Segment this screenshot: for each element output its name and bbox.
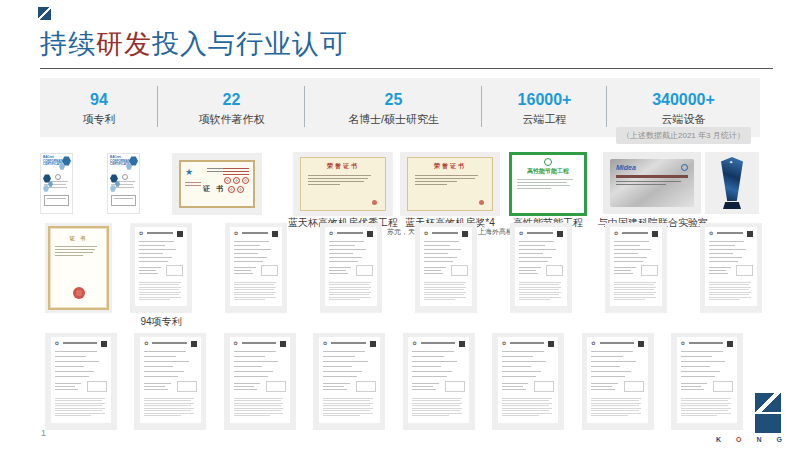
doc-title-line [242,232,268,234]
patent-office-seal-icon: ✿ [144,341,148,346]
qr-code-icon [367,231,373,237]
stat-value: 94 [90,90,108,109]
cert-table [111,195,136,206]
qr-code-icon [272,231,278,237]
company-logo-mark [38,7,51,20]
patent-document: ✿ [610,227,662,306]
patent-office-seal-icon: ✿ [591,341,595,346]
bacnet-certificate-thumbnail: BACnet CONFORMANCE CERTIFICATE [40,153,73,214]
patent-office-seal-icon: ✿ [323,341,327,346]
presentation-slide: 持续研发投入与行业认可 94 项专利 22 项软件著作权 25 名博士/硕士研究… [0,0,800,450]
logo-letter: G [777,436,782,443]
patent-doc-tile: ✿ [582,333,654,430]
medal-stamps [222,176,250,194]
title-part-blue: 持续 [40,29,96,59]
doc-title-line [152,342,186,344]
patent-doc-tile: ✿ [492,333,564,430]
doc-stamp-box [713,381,733,392]
patent-doc-tile: ✿ [700,223,762,313]
doc-stamp-box [546,265,563,276]
plaque-title-bar [616,175,688,178]
stamp-icon [55,174,61,180]
stat-value: 22 [223,90,241,109]
doc-title-line [689,342,723,344]
patent-document: ✿ [230,337,290,422]
doc-stamp-box [736,265,753,276]
doc-title-line [527,232,553,234]
trophy-tile: ✦ [705,152,759,214]
qr-code-icon [652,231,658,237]
qr-code-icon [459,341,465,347]
patent-office-seal-icon: ✿ [329,231,333,236]
honor-certificate: 荣誉证书 [300,157,386,211]
patent-document: ✿ [408,337,468,422]
patent-document: ✿ [135,227,187,306]
patent-office-seal-icon: ✿ [55,341,59,346]
patent-doc-tile: ✿ [403,333,475,430]
kong-logo-wordmark: K O N G [716,436,782,443]
data-cutoff-note: （上述数据截止2021 年3 月统计） [616,127,751,144]
stamp-icon [122,174,128,180]
logo-letter: N [756,436,761,443]
patent-doc-tile: ✿ [224,333,296,430]
doc-title-line [600,342,634,344]
patent-doc-tile: ✿ [225,223,287,313]
qr-code-icon [462,231,468,237]
doc-title-line [331,342,365,344]
patent-office-seal-icon: ✿ [614,231,618,236]
logo-letter: K [716,436,721,443]
patent-document: ✿ [515,227,567,306]
patent-documents-row: ✿ ✿ [130,223,762,313]
doc-title-line [622,232,648,234]
stat-graduates: 25 名博士/硕士研究生 [305,78,482,137]
patent-office-seal-icon: ✿ [502,341,506,346]
patent-document: ✿ [230,227,282,306]
doc-title-line [510,342,544,344]
patent-office-seal-icon: ✿ [424,231,428,236]
stat-label: 云端设备 [662,112,706,127]
stat-value: 340000+ [652,90,715,109]
doc-title-line [63,342,97,344]
doc-stamp-box [356,265,373,276]
patent-documents-row: ✿ ✿ [45,333,743,430]
doc-title-line [242,342,276,344]
green-certificate: 高性能节能工程 [509,152,587,216]
doc-stamp-box [445,381,465,392]
doc-title-line [421,342,455,344]
patent-doc-tile: ✿ [320,223,382,313]
doc-title-line [147,232,173,234]
doc-title-line [717,232,743,234]
doc-stamp-box [87,381,107,392]
patent-doc-tile: ✿ [313,333,385,430]
qr-code-icon [638,341,644,347]
metal-plaque: Midea [610,159,694,207]
patent-office-seal-icon: ✿ [412,341,416,346]
qr-code-icon [557,231,563,237]
honor-certificate-tile: 荣誉证书 [293,152,393,216]
patent-doc-tile: ✿ [45,333,117,430]
patent-document: ✿ [587,337,647,422]
kong-logo-square-top [755,393,781,412]
ornate-cert-label: 证 书 [55,235,102,241]
green-cert-logo-icon [544,158,552,166]
stat-cloud-projects: 16000+ 云端工程 [482,78,607,137]
doc-title-line [432,232,458,234]
joint-lab-plaque-tile: Midea [603,152,701,214]
patent-document: ✿ [420,227,472,306]
honor-cert-title: 荣誉证书 [415,162,485,171]
ornate-certificate: 证 书 [48,226,109,310]
patent-document: ✿ [51,337,111,422]
patents-count-label: 94项专利 [121,315,201,329]
patent-office-seal-icon: ✿ [709,231,713,236]
title-part-red: 研发 [96,29,152,59]
doc-title-line [337,232,363,234]
bacnet-certificate-thumbnail: BACnet CONFORMANCE CERTIFICATE [107,153,140,214]
qr-code-icon [370,341,376,347]
patent-document: ✿ [325,227,377,306]
star-logo-icon: ★ [185,168,193,177]
patent-document: ✿ [498,337,558,422]
doc-stamp-box [624,381,644,392]
qr-code-icon [191,341,197,347]
qr-code-icon [747,231,753,237]
trophy-star-icon: ✦ [729,160,733,165]
